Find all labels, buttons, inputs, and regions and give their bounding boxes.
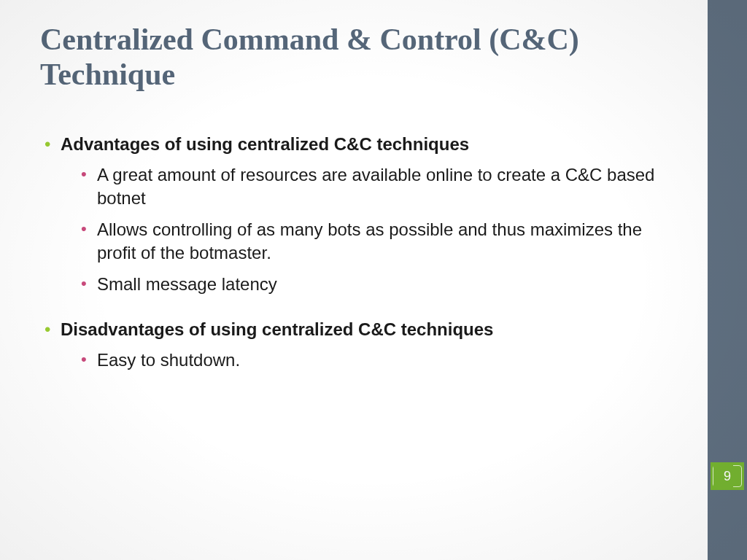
advantages-section: Advantages of using centralized C&C tech…	[40, 133, 675, 296]
body-text: Advantages of using centralized C&C tech…	[40, 133, 675, 373]
advantage-item: Small message latency	[81, 273, 675, 296]
advantages-heading: Advantages of using centralized C&C tech…	[61, 134, 469, 154]
disadvantages-heading: Disadvantages of using centralized C&C t…	[61, 319, 493, 339]
disadvantages-section: Disadvantages of using centralized C&C t…	[40, 318, 675, 373]
page-number-badge: 9	[711, 462, 744, 490]
slide-title: Centralized Command & Control (C&C) Tech…	[40, 22, 675, 93]
advantage-item: A great amount of resources are availabl…	[81, 163, 675, 211]
disadvantage-item: Easy to shutdown.	[81, 349, 675, 372]
page-number: 9	[724, 469, 731, 484]
advantage-item: Allows controlling of as many bots as po…	[81, 218, 675, 265]
slide-content: Centralized Command & Control (C&C) Tech…	[40, 22, 675, 381]
